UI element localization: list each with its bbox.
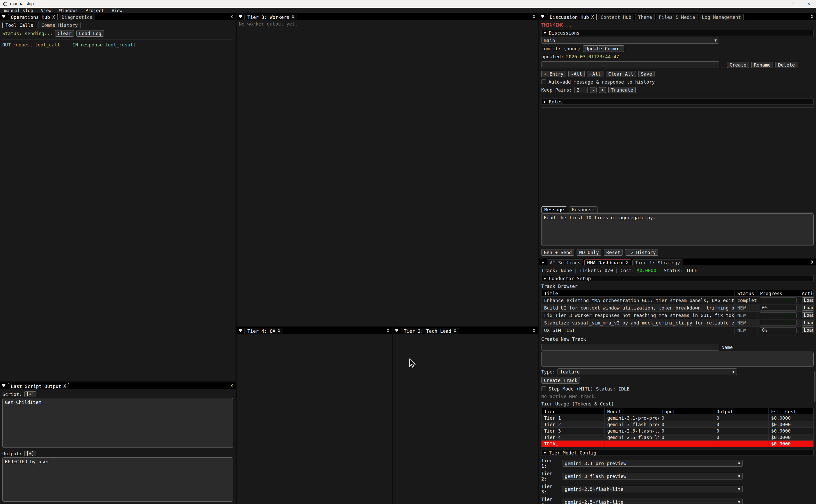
panel-close-icon[interactable]: X [230,383,233,388]
tab-discussion-hub[interactable]: Discussion Hub X [547,14,597,20]
window-title: manual slop [10,1,34,6]
tab-tool-calls[interactable]: Tool Calls [2,22,36,28]
track-row[interactable]: Fix Tier 3 worker responses not reaching… [542,311,813,319]
gen-send-button[interactable]: Gen + Send [541,249,574,256]
tab-diagnostics[interactable]: Diagnostics [59,14,95,20]
keep-pairs-increment-button[interactable]: + [599,87,606,93]
tab-close-icon[interactable]: X [454,328,456,334]
chevron-down-icon: ▼ [738,461,740,465]
tab-tier3-workers[interactable]: Tier 3: Workers X [245,14,297,20]
track-row[interactable]: Enhance existing MMA orchestration GUI: … [542,296,813,304]
step-mode-checkbox[interactable] [541,386,546,391]
tier3-model-select[interactable]: gemini-2.5-flash-lite ▼ [562,486,743,492]
tab-response[interactable]: Response [569,206,597,213]
tab-close-icon[interactable]: X [63,384,66,389]
save-button[interactable]: Save [638,71,655,77]
tier2-model-select[interactable]: gemini-3-flash-preview ▼ [562,473,743,479]
message-textarea[interactable]: Read the first 10 lines of aggregate.py. [541,213,814,246]
tab-tier4-qa[interactable]: Tier 4: QA X [245,328,283,334]
track-description-textarea[interactable] [541,352,814,367]
clear-all-button[interactable]: Clear All [606,71,636,77]
branch-select[interactable]: main ▼ [541,37,719,44]
menu-item[interactable]: Project [85,8,104,13]
panel-close-icon[interactable]: X [811,260,813,265]
keep-pairs-decrement-button[interactable]: - [590,87,597,93]
discussions-collapsing-header[interactable]: ▼ Discussions [541,30,814,36]
auto-add-checkbox[interactable] [541,79,546,84]
tab-last-script-output[interactable]: Last Script Output X [8,383,69,389]
load-button[interactable]: Load [802,312,813,318]
tab-tier1-strategy[interactable]: Tier 1: Strategy [632,259,683,265]
menu-item[interactable]: View [41,8,52,13]
tab-tier2-tech-lead[interactable]: Tier 2: Tech Lead X [401,328,459,334]
roles-collapsing-header[interactable]: ▶ Roles [541,99,814,105]
tab-close-icon[interactable]: X [626,260,628,265]
menu-item[interactable]: manual slop [4,8,33,13]
tab-close-icon[interactable]: X [292,14,294,20]
tab-context-hub[interactable]: Context Hub [598,14,634,20]
tab-close-icon[interactable]: X [278,328,280,334]
load-button[interactable]: Load [802,327,813,333]
minimize-button[interactable]: – [772,0,787,8]
track-row[interactable]: UX_SIM_TEST NEW 0% Load [542,326,813,334]
create-button[interactable]: Create [727,62,749,68]
maximize-button[interactable]: □ [787,0,801,8]
script-expand-button[interactable]: [+] [24,391,36,397]
tab-comms-history[interactable]: Comms History [38,22,81,28]
conductor-setup-header[interactable]: ▶ Conductor Setup [541,275,814,281]
panel-close-icon[interactable]: X [387,328,389,333]
panel-close-icon[interactable]: X [533,14,535,19]
panel-menu-icon[interactable] [1,383,7,389]
track-name-input[interactable] [541,344,719,351]
tier-model-config-header[interactable]: ▼ Tier Model Config [541,450,814,456]
delete-button[interactable]: Delete [775,62,797,68]
tier4-model-select[interactable]: gemini-2.5-flash-lite ▼ [562,499,743,504]
close-button[interactable]: ✕ [801,0,816,8]
menu-item[interactable]: Windows [59,8,78,13]
tier1-model-select[interactable]: gemini-3.1-pro-preview ▼ [562,460,743,467]
md-only-button[interactable]: MD Only [577,249,601,256]
create-track-button[interactable]: Create Track [541,377,580,384]
track-type-select[interactable]: feature ▼ [558,368,737,375]
tab-ai-settings[interactable]: AI Settings [547,259,583,265]
minus-all-button[interactable]: -All [568,71,585,77]
output-expand-button[interactable]: [+] [24,451,36,456]
truncate-button[interactable]: Truncate [608,87,636,93]
panel-menu-icon[interactable] [540,259,546,265]
tab-mma-dashboard[interactable]: MMA Dashboard X [584,259,631,265]
load-button[interactable]: Load [802,320,813,326]
reset-button[interactable]: Reset [604,249,623,256]
tab-operations-hub[interactable]: Operations Hub X [8,14,58,20]
load-button[interactable]: Load [802,297,813,303]
menu-item[interactable]: View [112,8,122,13]
panel-close-icon[interactable]: X [230,14,233,19]
plus-all-button[interactable]: +All [587,71,603,77]
tab-message[interactable]: Message [541,206,567,213]
update-commit-button[interactable]: Update Commit [583,45,624,52]
tab-log-management[interactable]: Log Management [699,14,744,20]
load-button[interactable]: Load [802,305,813,311]
track-row[interactable]: Build UI for context window utilization,… [542,304,813,311]
panel-close-icon[interactable]: X [811,14,813,19]
track-row[interactable]: Stabilize visual_sim_mma_v2.py and mock_… [542,319,813,326]
script-textarea[interactable]: Get-ChildItem [2,398,233,448]
scrollbar-thumb[interactable] [814,371,815,402]
panel-menu-icon[interactable] [237,327,244,334]
output-textarea[interactable]: REJECTED by user [2,457,233,502]
panel-menu-icon[interactable] [540,13,546,20]
panel-close-icon[interactable]: X [533,328,535,333]
load-log-button[interactable]: Load Log [76,30,104,37]
tab-close-icon[interactable]: X [52,14,55,20]
tab-files-media[interactable]: Files & Media [656,14,698,20]
clear-button[interactable]: Clear [55,30,74,37]
add-entry-button[interactable]: + Entry [541,71,566,77]
tab-close-icon[interactable]: X [591,14,594,20]
to-history-button[interactable]: -> History [625,249,658,256]
panel-menu-icon[interactable] [237,13,244,20]
rename-button[interactable]: Rename [751,62,773,68]
panel-menu-icon[interactable] [394,327,400,334]
keep-pairs-input[interactable]: 2 [574,87,588,93]
discussion-name-input[interactable] [541,61,719,68]
panel-menu-icon[interactable] [1,13,7,20]
tab-theme[interactable]: Theme [635,14,655,20]
